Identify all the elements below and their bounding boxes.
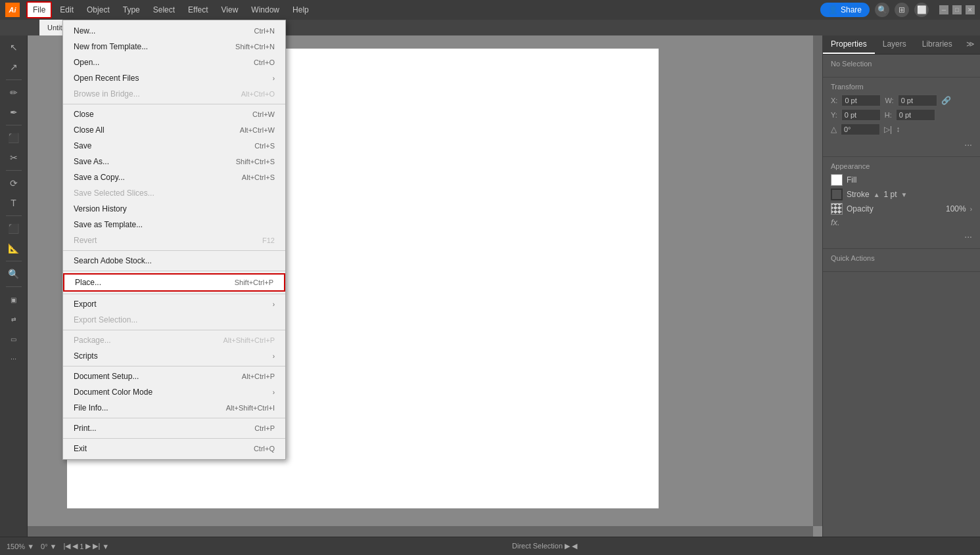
menu-document-setup[interactable]: Document Setup... Alt+Ctrl+P bbox=[63, 368, 285, 384]
tool-separator-4 bbox=[6, 215, 22, 216]
angle-dropdown[interactable]: ▼ bbox=[50, 543, 57, 550]
menu-edit[interactable]: Edit bbox=[55, 3, 79, 17]
menu-select[interactable]: Select bbox=[148, 3, 180, 17]
fill-color[interactable]: ▣ bbox=[4, 290, 24, 309]
menu-exit[interactable]: Exit Ctrl+Q bbox=[63, 441, 285, 456]
zoom-tool[interactable]: 🔍 bbox=[4, 265, 24, 283]
direct-selection-tool[interactable]: ↗ bbox=[4, 58, 24, 76]
menu-document-setup-label: Document Setup... bbox=[74, 372, 139, 381]
stroke-spinner-up[interactable]: ▲ bbox=[874, 191, 880, 198]
tool-separator-2 bbox=[6, 125, 22, 125]
w-field[interactable] bbox=[898, 95, 937, 106]
fx-label[interactable]: fx. bbox=[831, 217, 840, 227]
menu-save-copy-label: Save a Copy... bbox=[74, 173, 125, 182]
fill-swatch[interactable] bbox=[831, 174, 843, 186]
rectangle-tool[interactable]: ⬛ bbox=[4, 129, 24, 147]
transform-more-button[interactable]: ··· bbox=[831, 138, 972, 151]
menu-scripts[interactable]: Scripts › bbox=[63, 348, 285, 364]
gradient-tool[interactable]: ⬛ bbox=[4, 219, 24, 238]
menu-window[interactable]: Window bbox=[246, 3, 285, 17]
h-field[interactable] bbox=[896, 109, 935, 121]
measure-tool[interactable]: 📐 bbox=[4, 239, 24, 257]
share-button[interactable]: 👤 Share bbox=[820, 3, 870, 17]
type-tool[interactable]: T bbox=[4, 194, 24, 212]
menu-new-template[interactable]: New from Template... Shift+Ctrl+N bbox=[63, 39, 285, 55]
tab-properties[interactable]: Properties bbox=[823, 35, 875, 54]
menu-file[interactable]: File bbox=[26, 1, 52, 18]
screen-mode[interactable]: ▭ bbox=[4, 330, 24, 348]
menu-export-selection: Export Selection... bbox=[63, 312, 285, 328]
opacity-arrow[interactable]: › bbox=[970, 206, 972, 213]
swap-colors[interactable]: ⇄ bbox=[4, 310, 24, 328]
menu-save[interactable]: Save Ctrl+S bbox=[63, 138, 285, 154]
panel-tabs: Properties Layers Libraries ≫ bbox=[823, 35, 980, 55]
y-field[interactable] bbox=[841, 109, 881, 121]
opacity-label: Opacity bbox=[847, 204, 874, 213]
angle-field[interactable] bbox=[841, 123, 880, 135]
menu-version-history[interactable]: Version History bbox=[63, 201, 285, 217]
menu-save-template[interactable]: Save as Template... bbox=[63, 217, 285, 233]
x-field[interactable] bbox=[841, 95, 881, 106]
menu-save-copy[interactable]: Save a Copy... Alt+Ctrl+S bbox=[63, 169, 285, 185]
menu-open[interactable]: Open... Ctrl+O bbox=[63, 55, 285, 70]
menu-package: Package... Alt+Shift+Ctrl+P bbox=[63, 332, 285, 348]
pen-tool[interactable]: ✏ bbox=[4, 83, 24, 102]
status-nav-back[interactable]: ◀ bbox=[572, 542, 577, 550]
tab-layers[interactable]: Layers bbox=[875, 35, 914, 54]
separator-8 bbox=[63, 438, 285, 439]
pencil-tool[interactable]: ✒ bbox=[4, 103, 24, 122]
stroke-dropdown[interactable]: ▼ bbox=[901, 191, 908, 198]
menu-file-info[interactable]: File Info... Alt+Shift+Ctrl+I bbox=[63, 400, 285, 416]
menu-package-shortcut: Alt+Shift+Ctrl+P bbox=[223, 336, 275, 344]
menu-print-label: Print... bbox=[74, 424, 97, 433]
menu-close-label: Close bbox=[74, 110, 94, 119]
menu-new[interactable]: New... Ctrl+N bbox=[63, 23, 285, 39]
share-icon: 👤 bbox=[828, 5, 838, 14]
page-dropdown[interactable]: ▼ bbox=[102, 543, 109, 550]
stroke-swatch[interactable] bbox=[831, 189, 843, 200]
nav-last-button[interactable]: ▶| bbox=[93, 542, 100, 550]
menu-open-recent[interactable]: Open Recent Files › bbox=[63, 70, 285, 86]
angle-control: 0° ▼ bbox=[41, 543, 57, 550]
menu-export[interactable]: Export › bbox=[63, 296, 285, 312]
menu-document-color[interactable]: Document Color Mode › bbox=[63, 384, 285, 400]
status-mode-arrow[interactable]: ▶ bbox=[565, 542, 570, 550]
close-button[interactable]: ✕ bbox=[966, 5, 975, 14]
menu-print[interactable]: Print... Ctrl+P bbox=[63, 420, 285, 436]
right-panel: Properties Layers Libraries ≫ No Selecti… bbox=[822, 35, 980, 537]
horizontal-scrollbar[interactable] bbox=[28, 526, 813, 537]
menu-object[interactable]: Object bbox=[82, 3, 115, 17]
nav-prev-button[interactable]: ◀ bbox=[72, 542, 78, 550]
stroke-label: Stroke bbox=[847, 190, 870, 199]
restore-icon[interactable]: ⬜ bbox=[914, 3, 929, 17]
layout-icon[interactable]: ⊞ bbox=[895, 3, 909, 17]
menu-help[interactable]: Help bbox=[287, 3, 314, 17]
transform-section: Transform X: W: 🔗 Y: H: △ ▷| ↕ ··· bbox=[823, 78, 980, 157]
menu-save-as[interactable]: Save As... Shift+Ctrl+S bbox=[63, 154, 285, 169]
nav-next-button[interactable]: ▶ bbox=[85, 542, 91, 550]
more-tools[interactable]: ··· bbox=[4, 349, 24, 368]
stroke-value: 1 pt bbox=[884, 190, 897, 199]
tab-libraries[interactable]: Libraries bbox=[914, 35, 960, 54]
panel-collapse-button[interactable]: ≫ bbox=[961, 35, 980, 54]
menu-view[interactable]: View bbox=[216, 3, 244, 17]
appearance-more-button[interactable]: ··· bbox=[831, 230, 972, 243]
menu-search-stock[interactable]: Search Adobe Stock... bbox=[63, 253, 285, 269]
search-icon[interactable]: 🔍 bbox=[875, 3, 889, 17]
transform-row-2: Y: H: bbox=[831, 109, 972, 121]
menu-new-template-label: New from Template... bbox=[74, 42, 148, 51]
minimize-button[interactable]: ─ bbox=[939, 5, 948, 14]
zoom-dropdown[interactable]: ▼ bbox=[27, 543, 34, 550]
rotate-tool[interactable]: ⟳ bbox=[4, 174, 24, 192]
scissors-tool[interactable]: ✂ bbox=[4, 148, 24, 167]
nav-first-button[interactable]: |◀ bbox=[63, 542, 70, 550]
menu-bar: Ai File Edit Object Type Select Effect V… bbox=[0, 0, 980, 20]
maximize-button[interactable]: □ bbox=[952, 5, 962, 14]
menu-effect[interactable]: Effect bbox=[183, 3, 213, 17]
menu-type[interactable]: Type bbox=[118, 3, 145, 17]
vertical-scrollbar[interactable] bbox=[813, 35, 822, 526]
menu-close-all[interactable]: Close All Alt+Ctrl+W bbox=[63, 122, 285, 138]
menu-place[interactable]: Place... Shift+Ctrl+P bbox=[63, 273, 285, 292]
menu-close[interactable]: Close Ctrl+W bbox=[63, 106, 285, 122]
selection-tool[interactable]: ↖ bbox=[4, 38, 24, 56]
